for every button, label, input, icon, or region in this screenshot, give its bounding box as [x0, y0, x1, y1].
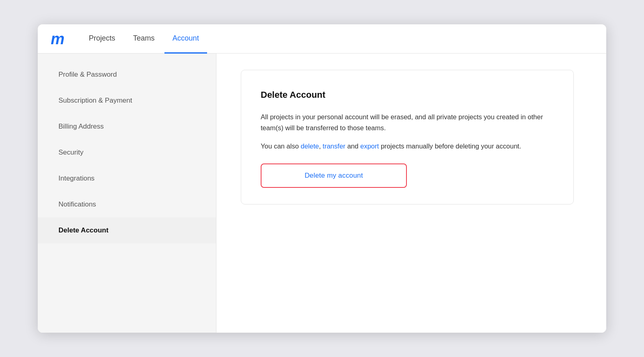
delete-my-account-button[interactable]: Delete my account: [261, 163, 407, 188]
link-transfer[interactable]: transfer: [323, 142, 346, 150]
delete-btn-wrapper: Delete my account: [261, 163, 554, 188]
nav-item-teams[interactable]: Teams: [125, 25, 163, 54]
sidebar-item-integrations[interactable]: Integrations: [38, 166, 216, 191]
card-body: All projects in your personal account wi…: [261, 112, 554, 152]
nav-items: Projects Teams Account: [81, 24, 207, 53]
card-paragraph-1: All projects in your personal account wi…: [261, 112, 554, 133]
sidebar-item-profile-password[interactable]: Profile & Password: [38, 62, 216, 88]
comma: ,: [319, 142, 322, 150]
sidebar-item-subscription-payment[interactable]: Subscription & Payment: [38, 88, 216, 114]
body-layout: Profile & Password Subscription & Paymen…: [38, 54, 606, 333]
nav-item-account[interactable]: Account: [164, 25, 207, 54]
and-text: and: [346, 142, 361, 150]
sidebar-item-notifications[interactable]: Notifications: [38, 191, 216, 217]
nav-item-projects[interactable]: Projects: [81, 25, 123, 54]
logo[interactable]: m: [51, 31, 65, 47]
main-content: Delete Account All projects in your pers…: [216, 54, 606, 333]
card-paragraph-2: You can also delete, transfer and export…: [261, 141, 554, 152]
app-window: m Projects Teams Account Profile & Passw…: [38, 24, 606, 333]
topnav: m Projects Teams Account: [38, 24, 606, 54]
sidebar-item-billing-address[interactable]: Billing Address: [38, 114, 216, 140]
paragraph2-pre: You can also: [261, 142, 300, 150]
card-title: Delete Account: [261, 90, 554, 100]
delete-account-card: Delete Account All projects in your pers…: [241, 70, 574, 204]
paragraph2-post: projects manually before deleting your a…: [379, 142, 521, 150]
link-export[interactable]: export: [360, 142, 379, 150]
sidebar-item-security[interactable]: Security: [38, 140, 216, 166]
link-delete[interactable]: delete: [300, 142, 319, 150]
sidebar: Profile & Password Subscription & Paymen…: [38, 54, 216, 333]
sidebar-item-delete-account[interactable]: Delete Account: [38, 217, 216, 243]
